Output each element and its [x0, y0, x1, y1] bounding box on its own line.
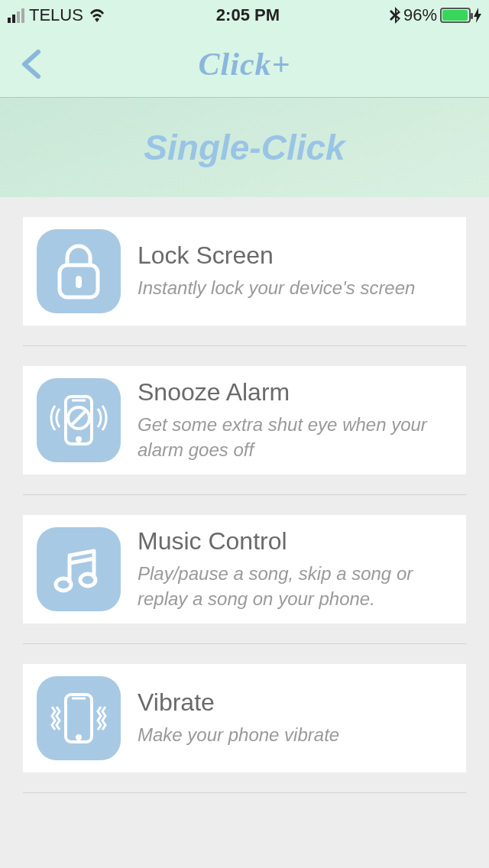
header-bar: Click+ — [0, 31, 489, 98]
svg-rect-1 — [76, 276, 82, 288]
divider — [23, 792, 466, 793]
option-music-control[interactable]: Music Control Play/pause a song, skip a … — [23, 515, 466, 623]
status-left: TELUS — [8, 5, 106, 25]
option-snooze-alarm[interactable]: Snooze Alarm Get some extra shut eye whe… — [23, 366, 466, 474]
svg-point-8 — [80, 574, 96, 586]
svg-point-7 — [56, 578, 71, 591]
wifi-icon — [88, 8, 106, 22]
carrier-label: TELUS — [29, 5, 83, 25]
back-button[interactable] — [15, 46, 52, 83]
battery-icon — [440, 8, 471, 23]
status-bar: TELUS 2:05 PM 96% — [0, 0, 489, 31]
option-title: Vibrate — [138, 688, 452, 717]
option-title: Snooze Alarm — [138, 378, 452, 406]
option-lock-screen[interactable]: Lock Screen Instantly lock your device's… — [23, 217, 466, 326]
vibrate-icon — [37, 676, 121, 760]
page-title: Single-Click — [144, 127, 345, 168]
option-title: Lock Screen — [138, 241, 452, 270]
svg-point-10 — [76, 734, 82, 740]
option-title: Music Control — [138, 527, 452, 555]
svg-line-6 — [72, 411, 86, 425]
option-desc: Instantly lock your device's screen — [138, 276, 452, 300]
options-list: Lock Screen Instantly lock your device's… — [0, 197, 489, 793]
page-subheader: Single-Click — [0, 98, 489, 197]
snooze-alarm-icon — [37, 378, 121, 462]
status-right: 96% — [390, 5, 481, 25]
music-note-icon — [37, 527, 121, 611]
app-title: Click+ — [199, 46, 291, 83]
option-desc: Make your phone vibrate — [138, 723, 452, 747]
svg-point-3 — [76, 436, 82, 442]
battery-percent: 96% — [403, 5, 437, 25]
cell-signal-icon — [8, 8, 24, 23]
bluetooth-icon — [390, 7, 400, 24]
lock-icon — [37, 229, 121, 313]
option-desc: Get some extra shut eye when your alarm … — [138, 413, 452, 462]
option-vibrate[interactable]: Vibrate Make your phone vibrate — [23, 664, 466, 772]
option-desc: Play/pause a song, skip a song or replay… — [138, 562, 452, 611]
status-time: 2:05 PM — [106, 5, 390, 25]
charging-icon — [474, 8, 481, 23]
